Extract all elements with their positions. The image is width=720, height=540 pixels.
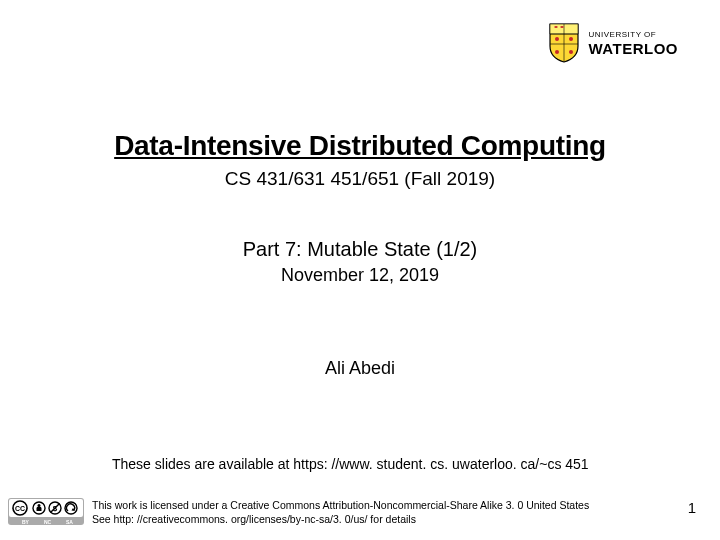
svg-text:CC: CC [15, 505, 25, 512]
part-title: Part 7: Mutable State (1/2) [0, 238, 720, 261]
title-block: Data-Intensive Distributed Computing CS … [0, 130, 720, 190]
svg-text:SA: SA [66, 519, 73, 525]
svg-point-2 [555, 50, 559, 54]
availability-note: These slides are available at https: //w… [112, 456, 589, 472]
svg-point-1 [569, 37, 573, 41]
cc-by-nc-sa-icon: CC $ BY NC SA [8, 498, 84, 525]
shield-icon [546, 22, 582, 64]
svg-point-0 [555, 37, 559, 41]
university-logo: UNIVERSITY OF WATERLOO [546, 22, 678, 64]
part-block: Part 7: Mutable State (1/2) November 12,… [0, 238, 720, 286]
license-line-1: This work is licensed under a Creative C… [92, 498, 589, 512]
main-title: Data-Intensive Distributed Computing [0, 130, 720, 162]
license-line-2: See http: //creativecommons. org/license… [92, 512, 589, 526]
license-block: CC $ BY NC SA This work is licensed unde… [8, 498, 589, 526]
page-number: 1 [688, 499, 696, 516]
course-code: CS 431/631 451/651 (Fall 2019) [0, 168, 720, 190]
logo-university-label: UNIVERSITY OF [588, 31, 678, 39]
logo-name-label: WATERLOO [588, 41, 678, 56]
license-text: This work is licensed under a Creative C… [92, 498, 589, 526]
author-name: Ali Abedi [0, 358, 720, 379]
svg-text:NC: NC [44, 519, 52, 525]
logo-text: UNIVERSITY OF WATERLOO [588, 31, 678, 56]
svg-point-3 [569, 50, 573, 54]
svg-text:BY: BY [22, 519, 30, 525]
part-date: November 12, 2019 [0, 265, 720, 286]
